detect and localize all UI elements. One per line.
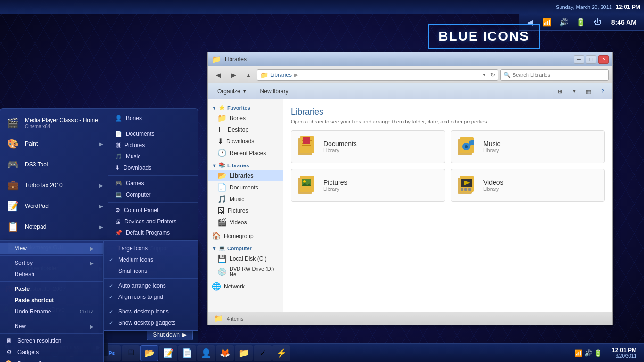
view-show-icons-label: Show desktop icons <box>118 308 169 315</box>
sidebar-bones[interactable]: 📁 Bones <box>208 112 283 124</box>
sidebar-docs[interactable]: 📄 Documents <box>208 181 283 193</box>
svg-rect-17 <box>461 188 463 191</box>
new-library-button[interactable]: New library <box>255 86 294 97</box>
taskbar-app-monitor[interactable]: 🖥 <box>122 345 140 361</box>
secondary-clock[interactable]: 8:46 AM <box>608 18 640 26</box>
library-videos[interactable]: Videos Library <box>451 169 605 202</box>
address-dropdown[interactable]: ▼ <box>482 72 487 77</box>
view-small-icons[interactable]: Small icons <box>104 265 198 277</box>
address-bar[interactable]: 📁 Libraries ▶ ▼ ↻ <box>257 69 498 81</box>
right-item-downloads[interactable]: ⬇ Downloads <box>108 162 198 173</box>
taskbar-app-sticky[interactable]: 📝 <box>159 345 177 361</box>
network-icon[interactable]: 📶 <box>540 16 554 29</box>
view-large-icons[interactable]: Large icons <box>104 243 198 254</box>
ctx-sortby[interactable]: Sort by ▶ <box>0 257 103 269</box>
ctx-screen-resolution[interactable]: 🖥 Screen resolution <box>0 335 103 346</box>
app-turbotax[interactable]: 💼 TurboTax 2010 ▶ <box>0 175 108 196</box>
ctx-divider-3 <box>0 319 103 319</box>
right-item-bones[interactable]: 👤 Bones <box>108 113 198 124</box>
view-show-gadgets[interactable]: ✓ Show desktop gadgets <box>104 317 198 329</box>
right-item-music[interactable]: 🎵 Music <box>108 151 198 162</box>
ctx-view-item[interactable]: View ▶ <box>0 243 103 254</box>
right-item-computer[interactable]: 💻 Computer <box>108 189 198 200</box>
view-show-icons[interactable]: ✓ Show desktop icons <box>104 306 198 317</box>
minimize-button[interactable]: ─ <box>574 55 584 64</box>
volume-icon[interactable]: 🔊 <box>557 16 571 29</box>
sidebar-music[interactable]: 🎵 Music <box>208 193 283 205</box>
sidebar-downloads[interactable]: ⬇ Downloads <box>208 135 283 147</box>
right-item-controlpanel[interactable]: ⚙ Control Panel <box>108 205 198 216</box>
forward-button[interactable]: ▶ <box>227 69 240 81</box>
app-wordpad[interactable]: 📝 WordPad ▶ <box>0 196 108 216</box>
sidebar-libraries-root[interactable]: 📂 Libraries <box>208 170 283 181</box>
view-medium-icons[interactable]: ✓ Medium icons <box>104 254 198 265</box>
maximize-button[interactable]: □ <box>586 55 596 64</box>
libraries-root-label: Libraries <box>230 173 254 179</box>
tray-network-icon[interactable]: 📶 <box>574 349 582 357</box>
ctx-paste[interactable]: Paste <box>0 283 103 295</box>
app-paint[interactable]: 🎨 Paint ▶ <box>0 133 108 154</box>
right-item-pictures[interactable]: 🖼 Pictures <box>108 140 198 151</box>
libraries-sidebar-header[interactable]: ▼ 📚 Libraries <box>208 161 283 170</box>
sidebar-desktop[interactable]: 🖥 Desktop <box>208 124 283 135</box>
computer-header[interactable]: ▼ 💻 Computer <box>208 244 283 253</box>
search-input[interactable] <box>512 72 605 78</box>
clock-area[interactable]: 12:01 PM 3/20/2011 <box>608 347 640 359</box>
ctx-refresh[interactable]: Refresh <box>0 269 103 280</box>
right-item-games[interactable]: 🎮 Games <box>108 178 198 189</box>
app-ds3tool[interactable]: 🎮 DS3 Tool <box>0 154 108 175</box>
sidebar-recent[interactable]: 🕐 Recent Places <box>208 147 283 159</box>
ctx-gadgets[interactable]: ⚙ Gadgets <box>0 346 103 358</box>
back-button[interactable]: ◀ <box>212 69 225 81</box>
preview-pane-button[interactable]: ▦ <box>582 86 594 97</box>
taskbar-app-zap[interactable]: ⚡ <box>272 345 290 361</box>
sidebar-videos[interactable]: 🎬 Videos <box>208 216 283 228</box>
taskbar-app-folder2[interactable]: 📁 <box>235 345 253 361</box>
tray-battery-icon[interactable]: 🔋 <box>594 349 602 357</box>
view-align-grid[interactable]: ✓ Align icons to grid <box>104 291 198 303</box>
videos-label: Videos <box>230 219 247 226</box>
controlpanel-icon: ⚙ <box>115 207 120 214</box>
right-item-devices[interactable]: 🖨 Devices and Printers <box>108 216 198 227</box>
taskbar-app-user[interactable]: 👤 <box>197 345 215 361</box>
taskbar-app-docs[interactable]: 📄 <box>178 345 196 361</box>
app-mediaplayer[interactable]: 🎬 Media Player Classic - Home Cinema x64 <box>0 113 108 133</box>
taskbar-app-files[interactable]: 📂 <box>140 345 158 361</box>
favorites-header[interactable]: ▼ ⭐ Favorites <box>208 103 283 112</box>
taskbar-app-task[interactable]: ✓ <box>254 345 272 361</box>
power-icon[interactable]: ⏻ <box>591 16 605 29</box>
bones-icon: 👤 <box>115 115 122 122</box>
sidebar-network[interactable]: 🌐 Network <box>208 280 283 292</box>
close-button[interactable]: ✕ <box>598 55 609 64</box>
taskbar-app-firefox[interactable]: 🦊 <box>216 345 234 361</box>
view-auto-arrange[interactable]: ✓ Auto arrange icons <box>104 280 198 291</box>
mediaplayer-subtitle: Cinema x64 <box>25 124 98 129</box>
sidebar-local-disk[interactable]: 💾 Local Disk (C:) <box>208 253 283 264</box>
ctx-undo-rename[interactable]: Undo Rename Ctrl+Z <box>0 306 103 317</box>
view-dropdown-button[interactable]: ▼ <box>568 86 580 97</box>
ctx-personalize[interactable]: 🎨 Personalize <box>0 358 103 362</box>
sidebar-dvd-drive[interactable]: 💿 DVD RW Drive (D:) Ne <box>208 264 283 279</box>
libraries-main-header: Libraries Open a library to see your fil… <box>291 107 605 124</box>
sidebar-homegroup[interactable]: 🏠 Homegroup <box>208 230 283 242</box>
app-notepad[interactable]: 📋 Notepad ▶ <box>0 216 108 237</box>
battery-icon[interactable]: 🔋 <box>574 16 588 29</box>
help-button[interactable]: ? <box>596 86 609 97</box>
sidebar-pictures[interactable]: 🖼 Pictures <box>208 205 283 216</box>
view-layout-button[interactable]: ⊞ <box>554 86 566 97</box>
wordpad-icon: 📝 <box>5 198 20 214</box>
library-documents[interactable]: Documents Library <box>291 130 445 163</box>
organize-button[interactable]: Organize ▼ <box>212 86 253 97</box>
view-divider-2 <box>104 304 198 304</box>
right-item-documents[interactable]: 📄 Documents <box>108 128 198 140</box>
tray-volume-icon[interactable]: 🔊 <box>584 349 592 357</box>
auto-arrange-check: ✓ <box>109 283 113 289</box>
library-pictures[interactable]: Pictures Library <box>291 169 445 202</box>
network-folder-icon: 🌐 <box>212 282 221 291</box>
ctx-paste-shortcut[interactable]: Paste shortcut <box>0 295 103 306</box>
up-button[interactable]: ▲ <box>242 69 255 81</box>
library-music[interactable]: Music Library <box>451 130 605 163</box>
ctx-new[interactable]: New ▶ <box>0 321 103 332</box>
address-refresh[interactable]: ↻ <box>490 72 495 78</box>
right-item-defaultprograms[interactable]: 📌 Default Programs <box>108 227 198 239</box>
